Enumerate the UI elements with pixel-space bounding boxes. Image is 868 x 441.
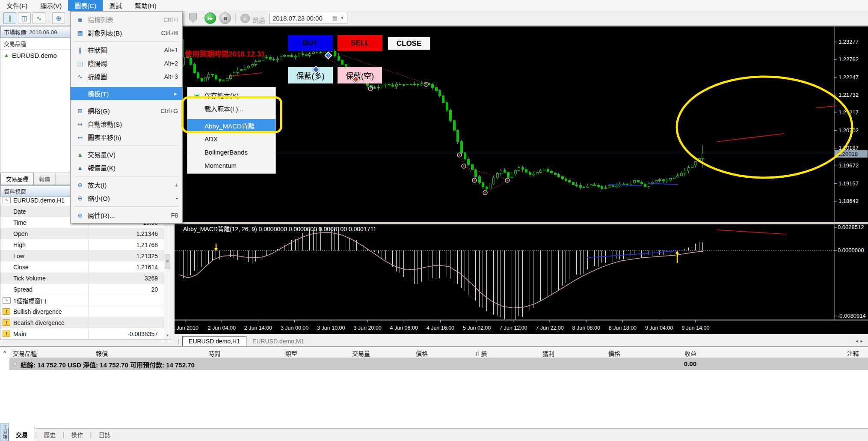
- menu-bar: 文件(F)顯示(V)圖表(C)測試幫助(H): [0, 0, 868, 11]
- close-button[interactable]: CLOSE: [388, 37, 430, 50]
- pause-button[interactable]: ▮▮: [219, 12, 231, 24]
- chart-tab-EURUSD.demo,M1[interactable]: EURUSD.demo,M1: [246, 337, 310, 346]
- close-icon[interactable]: ×: [2, 349, 8, 355]
- template-menu-item-2[interactable]: 載入範本(L)...: [187, 102, 276, 115]
- zoomin-icon: ⊕: [74, 182, 86, 188]
- terminal-tabs: 交易|歷史|操作|日誌: [9, 428, 868, 441]
- terminal-column-header[interactable]: 時間: [208, 349, 220, 358]
- fx-icon: ƒ: [3, 331, 10, 337]
- zoom-in-button[interactable]: ⊕: [52, 12, 65, 24]
- terminal-column-header[interactable]: 交易品種: [13, 349, 37, 358]
- calendar-icon[interactable]: ▦: [332, 15, 338, 21]
- bar-chart-button[interactable]: ∥: [3, 12, 16, 24]
- toolbox-vertical-tab[interactable]: 工具箱: [0, 423, 9, 441]
- menubar-item-2[interactable]: 顯示(V): [34, 0, 68, 11]
- terminal-tab-日誌[interactable]: 日誌: [92, 428, 117, 441]
- menu-item-label: 屬性(R)...: [86, 211, 171, 220]
- chart-menu-item-20[interactable]: ⊛屬性(R)...F8: [71, 209, 182, 222]
- chart-menu-item-6[interactable]: ∿折線圖Alt+3: [71, 70, 182, 83]
- column-divider: [88, 284, 89, 295]
- chart-tab-EURUSD.demo,H1[interactable]: EURUSD.demo,H1: [182, 336, 246, 346]
- terminal-panel: × 交易品種報價時間類型交易量價格止損獲利價格收益注釋 結餘: 14 752.7…: [0, 346, 868, 441]
- chevron-down-icon[interactable]: ▼: [340, 15, 344, 20]
- menubar-item-1[interactable]: 文件(F): [0, 0, 34, 11]
- svg-text:0.0028512: 0.0028512: [838, 224, 864, 230]
- line-chart-button[interactable]: ∿: [33, 12, 45, 24]
- terminal-tab-操作[interactable]: 操作: [64, 428, 90, 441]
- terminal-column-header[interactable]: 類型: [285, 349, 297, 358]
- chart-menu-item-15[interactable]: ▲報價量(K): [71, 161, 182, 174]
- svg-text:1.19157: 1.19157: [838, 180, 859, 187]
- chart-menu-item-18[interactable]: ⊖縮小(O)-: [71, 191, 182, 205]
- market-watch-tab-報價[interactable]: 報價: [34, 173, 56, 185]
- chart-menu-item-17[interactable]: ⊕放大(I)+: [71, 178, 182, 191]
- menubar-item-4[interactable]: 測試: [103, 0, 128, 11]
- zoomout-icon: ⊖: [74, 195, 86, 202]
- skip-button[interactable]: 跳過: [252, 15, 265, 24]
- terminal-column-header[interactable]: 獲利: [542, 349, 554, 358]
- menubar-item-3[interactable]: 圖表(C): [68, 0, 103, 11]
- protect-long-button[interactable]: 保藍(多): [288, 67, 333, 83]
- chart-menu-item-2[interactable]: ▦對象列表(B)Ctrl+B: [71, 26, 182, 39]
- tab-scroll-arrows[interactable]: ◂▸: [856, 338, 865, 344]
- menubar-item-5[interactable]: 幫助(H): [128, 0, 163, 11]
- protect-short-button[interactable]: 保藍(空): [338, 67, 382, 83]
- candlestick-chart-button[interactable]: ◫: [18, 12, 31, 24]
- template-menu-item-6[interactable]: BollingerBands: [187, 146, 276, 159]
- scrollbar-thumb[interactable]: [165, 254, 170, 268]
- svg-text:-0.0080914: -0.0080914: [838, 313, 866, 319]
- svg-text:1.23277: 1.23277: [838, 39, 859, 45]
- menu-separator: [74, 102, 179, 102]
- balance-row[interactable]: 結餘: 14 752.70 USD 淨值: 14 752.70 可用預付款: 1…: [9, 358, 868, 370]
- chart-menu-item-11[interactable]: ↦自動滾動(S): [71, 117, 182, 131]
- list-icon: ≣: [74, 16, 86, 23]
- bars-icon: ∥: [74, 47, 86, 54]
- data-window-row: ∿1個指標窗口: [0, 295, 164, 306]
- chart-menu-item-8[interactable]: 模板(T)►: [71, 87, 182, 100]
- chart-menu-item-1[interactable]: ≣指標列表Ctrl+I: [71, 13, 182, 26]
- chart-menu-item-5[interactable]: ◫陰陽燭Alt+2: [71, 57, 182, 70]
- chart-menu-item-14[interactable]: ▲交易量(V): [71, 148, 182, 161]
- template-menu-item-5[interactable]: ADX: [187, 132, 276, 146]
- candles-icon: ◫: [74, 60, 86, 67]
- terminal-column-header[interactable]: 價格: [416, 349, 428, 358]
- skip-datetime-field[interactable]: 2018.07.23 00:00 ▦ ▼: [270, 13, 347, 24]
- status-dot-icon: [13, 362, 17, 366]
- application-window: 文件(F)顯示(V)圖表(C)測試幫助(H) ∥ ◫ ∿ ⊕ ▶▶ ▮▮ ▸ 跳…: [0, 0, 868, 441]
- terminal-column-header[interactable]: 止損: [475, 349, 487, 358]
- terminal-column-header[interactable]: 價格: [608, 349, 620, 358]
- chart-menu-item-12[interactable]: ↤圖表平移(h): [71, 131, 182, 144]
- svg-text:1.20702: 1.20702: [838, 127, 859, 134]
- bar-chart-icon: ∥: [8, 15, 12, 22]
- data-window-row: Close1.21614: [0, 262, 164, 273]
- sell-button[interactable]: SELL: [338, 35, 382, 51]
- data-window-row: ƒBearish divergence: [0, 317, 164, 328]
- magnifier-icon: ⊕: [56, 15, 62, 22]
- svg-text:3 Jun 10:00: 3 Jun 10:00: [317, 325, 345, 331]
- tab-grip: ❘: [175, 338, 182, 346]
- buy-button[interactable]: BUY: [288, 35, 333, 51]
- row-label: Tick Volume: [13, 275, 46, 282]
- chart-menu-item-10[interactable]: ⊞網格(G)Ctrl+G: [71, 104, 182, 117]
- props-icon: ⊛: [74, 212, 86, 219]
- terminal-column-header[interactable]: 交易量: [352, 349, 370, 358]
- terminal-tab-交易[interactable]: 交易: [9, 428, 35, 441]
- scrollbar-down-arrow[interactable]: ▼: [165, 333, 170, 339]
- menu-item-label: 放大(I): [86, 180, 175, 189]
- marker-pin-icon[interactable]: [189, 13, 197, 23]
- chart-canvas[interactable]: 1.200181.232771.227621.222471.217321.212…: [175, 26, 868, 334]
- menu-item-label: 保存範本(S)...: [203, 91, 271, 100]
- svg-text:3 Jun 20:00: 3 Jun 20:00: [353, 325, 381, 331]
- market-watch-tab-交易品種[interactable]: 交易品種: [0, 173, 34, 185]
- terminal-tab-歷史[interactable]: 歷史: [37, 428, 62, 441]
- data-window-row: Tick Volume3269: [0, 273, 164, 284]
- play-forward-button[interactable]: ▶▶: [204, 12, 216, 24]
- template-menu-item-7[interactable]: Momentum: [187, 159, 276, 172]
- terminal-column-header[interactable]: 收益: [684, 349, 696, 358]
- template-menu-item-4[interactable]: Abby_MACD背離: [187, 119, 276, 132]
- terminal-column-header[interactable]: 注釋: [847, 349, 859, 358]
- template-menu-item-1[interactable]: ▣保存範本(S)...: [187, 89, 276, 102]
- chart-menu-item-4[interactable]: ∥柱狀圖Alt+1: [71, 43, 182, 57]
- terminal-column-header[interactable]: 報價: [96, 349, 108, 358]
- menu-item-label: 陰陽燭: [86, 59, 164, 68]
